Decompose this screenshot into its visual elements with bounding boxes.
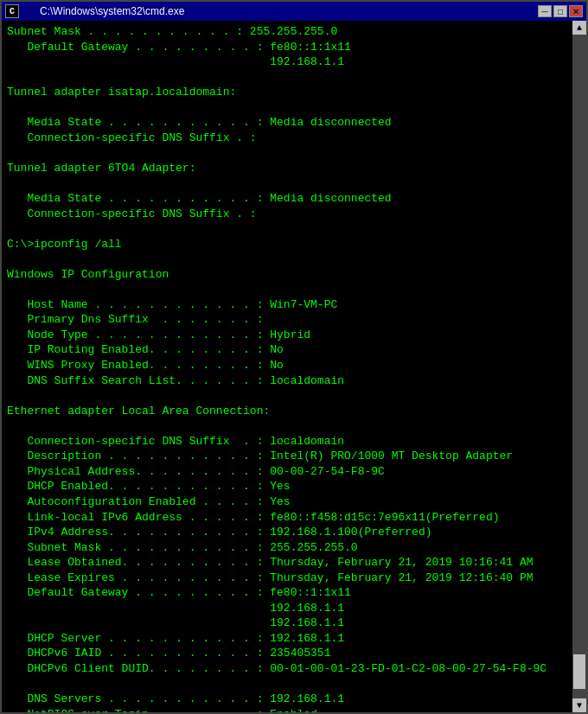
scroll-track[interactable] xyxy=(572,35,586,698)
cmd-window: C C:\Windows\system32\cmd.exe ─ □ ✕ Subn… xyxy=(0,0,588,714)
maximize-button[interactable]: □ xyxy=(553,5,567,17)
titlebar: C C:\Windows\system32\cmd.exe ─ □ ✕ xyxy=(2,2,586,21)
app-icon: C xyxy=(5,4,19,18)
window-controls: ─ □ ✕ xyxy=(538,5,583,17)
terminal-area[interactable]: Subnet Mask . . . . . . . . . . . : 255.… xyxy=(2,21,586,712)
scroll-down-button[interactable]: ▼ xyxy=(572,698,586,712)
window-title: C:\Windows\system32\cmd.exe xyxy=(22,5,184,17)
scrollbar[interactable]: ▲ ▼ xyxy=(572,21,586,712)
terminal-output: Subnet Mask . . . . . . . . . . . : 255.… xyxy=(7,24,581,712)
close-button[interactable]: ✕ xyxy=(569,5,583,17)
scroll-up-button[interactable]: ▲ xyxy=(572,21,586,35)
scroll-thumb[interactable] xyxy=(573,654,585,689)
minimize-button[interactable]: ─ xyxy=(538,5,552,17)
